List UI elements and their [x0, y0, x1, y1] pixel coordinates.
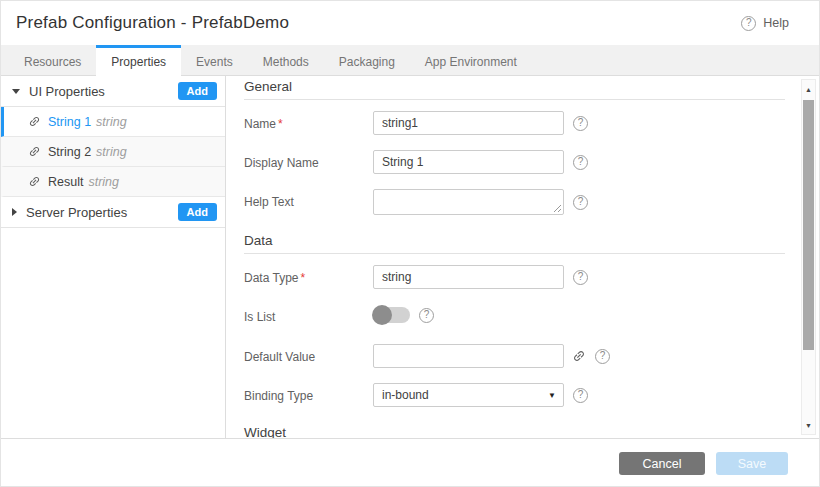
field-label: Data Type* [244, 265, 373, 285]
name-field[interactable] [373, 111, 564, 135]
form-row-default-value: Default Value ? [244, 344, 785, 368]
link-icon [25, 112, 43, 130]
tab-resources[interactable]: Resources [9, 45, 96, 75]
link-icon [25, 172, 43, 190]
form-row-display-name: Display Name ? [244, 150, 785, 174]
select-value: in-bound [382, 388, 429, 402]
dialog-header: Prefab Configuration - PrefabDemo ? Help [1, 1, 819, 45]
sidebar-item-result[interactable]: Result string [1, 167, 225, 197]
field-label: Is List [244, 304, 373, 324]
field-label: Binding Type [244, 383, 373, 403]
page-title: Prefab Configuration - PrefabDemo [16, 13, 289, 33]
sidebar-item-string-2[interactable]: String 2 string [1, 137, 225, 167]
is-list-toggle[interactable] [373, 307, 410, 323]
scroll-down-button[interactable]: ▼ [802, 418, 815, 432]
help-icon[interactable]: ? [573, 155, 588, 170]
tab-app-environment[interactable]: App Environment [410, 45, 532, 75]
dialog-body: UI Properties Add String 1 string String… [1, 76, 819, 438]
form-row-help-text: Help Text ? [244, 189, 785, 215]
help-icon[interactable]: ? [573, 116, 588, 131]
help-circle-icon: ? [741, 16, 756, 31]
field-label: Display Name [244, 150, 373, 170]
property-form: General Name* ? Display Name ? [244, 76, 785, 438]
cancel-button[interactable]: Cancel [619, 452, 705, 475]
field-label: Default Value [244, 344, 373, 364]
caret-down-icon [12, 89, 20, 94]
display-name-field[interactable] [373, 150, 564, 174]
default-value-field[interactable] [373, 344, 564, 368]
group-label: UI Properties [29, 84, 105, 99]
data-type-field[interactable] [373, 265, 564, 289]
form-row-is-list: Is List ? [244, 304, 785, 326]
tab-events[interactable]: Events [181, 45, 248, 75]
field-label: Name* [244, 111, 373, 131]
form-row-name: Name* ? [244, 111, 785, 135]
section-title-general: General [244, 76, 785, 100]
field-label: Help Text [244, 189, 373, 209]
help-icon[interactable]: ? [573, 195, 588, 210]
help-label: Help [763, 16, 789, 30]
scrollbar-thumb[interactable] [803, 100, 814, 350]
section-title-widget: Widget [244, 422, 785, 438]
sidebar-group-ui-properties[interactable]: UI Properties Add [1, 76, 225, 107]
form-row-binding-type: Binding Type in-bound ▼ ? [244, 383, 785, 407]
help-text-field[interactable] [373, 189, 564, 215]
help-icon[interactable]: ? [573, 270, 588, 285]
tab-properties[interactable]: Properties [96, 45, 181, 76]
sidebar-group-server-properties[interactable]: Server Properties Add [1, 197, 225, 228]
property-type: string [96, 115, 127, 129]
help-icon[interactable]: ? [595, 349, 610, 364]
bind-link-icon[interactable] [569, 346, 589, 366]
help-icon[interactable]: ? [573, 388, 588, 403]
group-label: Server Properties [26, 205, 127, 220]
select-arrow-icon: ▼ [548, 391, 556, 400]
section-title-data: Data [244, 230, 785, 254]
required-marker: * [300, 271, 305, 285]
tab-packaging[interactable]: Packaging [324, 45, 410, 75]
scroll-up-button[interactable]: ▲ [802, 82, 815, 96]
property-type: string [96, 145, 127, 159]
help-link[interactable]: ? Help [741, 16, 789, 31]
toggle-knob [372, 305, 392, 325]
help-icon[interactable]: ? [419, 308, 434, 323]
property-name: String 1 [48, 115, 91, 129]
tab-methods[interactable]: Methods [248, 45, 324, 75]
property-type: string [88, 175, 119, 189]
form-scrollbar[interactable]: ▲ ▼ [801, 79, 816, 435]
property-name: String 2 [48, 145, 91, 159]
property-form-panel: General Name* ? Display Name ? [226, 76, 819, 438]
sidebar-item-string-1[interactable]: String 1 string [1, 107, 225, 137]
dialog-footer: Cancel Save [1, 438, 819, 487]
link-icon [25, 142, 43, 160]
binding-type-select[interactable]: in-bound ▼ [373, 383, 564, 407]
required-marker: * [278, 117, 283, 131]
form-row-data-type: Data Type* ? [244, 265, 785, 289]
properties-sidebar: UI Properties Add String 1 string String… [1, 76, 226, 438]
prefab-configuration-dialog: Prefab Configuration - PrefabDemo ? Help… [0, 0, 820, 487]
add-ui-property-button[interactable]: Add [178, 82, 217, 100]
caret-right-icon [12, 208, 17, 216]
property-name: Result [48, 175, 83, 189]
add-server-property-button[interactable]: Add [178, 203, 217, 221]
tab-bar: Resources Properties Events Methods Pack… [1, 45, 819, 76]
save-button[interactable]: Save [716, 452, 788, 475]
